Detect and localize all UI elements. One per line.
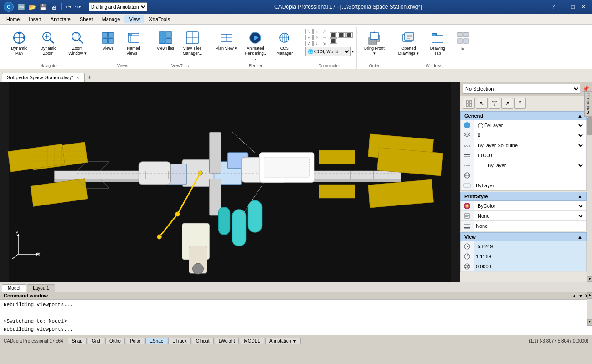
linetype-scale-value[interactable]: ——ByLayer bbox=[474, 160, 586, 170]
ps-color-value[interactable]: ByColor bbox=[474, 201, 586, 210]
drawing-tab-softpedia[interactable]: Softpedia Space Station.dwg* ✕ bbox=[2, 73, 85, 82]
command-window-up[interactable]: ▲ bbox=[572, 293, 577, 298]
app-help-button[interactable]: ? bbox=[549, 3, 558, 11]
esnap-button[interactable]: ESnap bbox=[145, 338, 167, 344]
color-select[interactable]: ◯ ByLayer bbox=[476, 122, 584, 128]
polar-button[interactable]: Polar bbox=[126, 338, 144, 344]
save-button[interactable]: 💾 bbox=[38, 2, 48, 12]
cmd-scroll-down[interactable]: ▼ bbox=[587, 319, 592, 326]
app-close-button[interactable]: ✕ bbox=[578, 3, 588, 11]
grid-button[interactable]: Grid bbox=[88, 338, 104, 344]
linetype-select[interactable]: ByLayer Solid line bbox=[476, 142, 584, 149]
view-section-header[interactable]: View ▲ bbox=[460, 232, 587, 241]
refresh-button[interactable]: ↗ bbox=[501, 98, 513, 109]
views-button[interactable]: Views bbox=[98, 29, 118, 53]
dynamic-pan-button[interactable]: Dynamic Pan bbox=[5, 29, 33, 58]
etrack-button[interactable]: ETrack bbox=[168, 338, 190, 344]
new-button[interactable]: 🆕 bbox=[16, 2, 26, 12]
command-window-down[interactable]: ▼ bbox=[578, 293, 583, 298]
drawing-tab-button[interactable]: Drawing Tab bbox=[424, 29, 451, 58]
app-minimize-button[interactable]: ─ bbox=[558, 3, 568, 11]
c4[interactable]: ← bbox=[305, 35, 313, 40]
layer-value[interactable]: 0 bbox=[474, 130, 586, 140]
general-section-header[interactable]: General ▲ bbox=[460, 111, 587, 120]
opened-drawings-button[interactable]: Opened Drawings ▾ bbox=[395, 29, 422, 58]
render-value[interactable] bbox=[474, 170, 586, 180]
ccs-world-select[interactable]: 🌐 CCS, World bbox=[305, 47, 351, 56]
c7[interactable]: ↙ bbox=[305, 41, 313, 46]
workspace-selector[interactable]: Drafting and Annotation bbox=[89, 2, 147, 11]
printstyle-section-header[interactable]: PrintStyle ▲ bbox=[460, 192, 587, 201]
properties-grid-button[interactable] bbox=[463, 98, 475, 109]
filter-button[interactable] bbox=[489, 98, 500, 109]
named-views-label: Named Views... bbox=[123, 46, 144, 56]
canvas-area[interactable]: X Y Z bbox=[0, 82, 460, 282]
menu-annotate[interactable]: Annotate bbox=[46, 15, 75, 23]
c8[interactable]: ↓ bbox=[313, 41, 320, 46]
redo-button[interactable]: ↪▾ bbox=[73, 3, 82, 11]
help-panel-button[interactable]: ? bbox=[514, 98, 526, 109]
menu-manage[interactable]: Manage bbox=[98, 15, 125, 23]
ps-style-select[interactable]: None bbox=[476, 213, 584, 219]
view-z-value[interactable]: 0.0000 bbox=[474, 261, 586, 271]
view-y-value[interactable]: 1.1169 bbox=[474, 251, 586, 261]
zoom-window-button[interactable]: Zoom Window ▾ bbox=[64, 29, 91, 58]
layout1-tab[interactable]: Layout1 bbox=[27, 284, 55, 292]
selection-dropdown[interactable]: No Selection bbox=[463, 84, 580, 94]
c9[interactable]: ↘ bbox=[321, 41, 328, 46]
animated-rendering-button[interactable]: Animated Rendering... bbox=[242, 29, 269, 62]
windows-grid-button[interactable]: ⊞ bbox=[453, 29, 473, 53]
ccs-dropdown-arrow[interactable]: ▾ bbox=[352, 50, 354, 54]
linetype-scale-icon bbox=[461, 162, 474, 169]
named-views-button[interactable]: Named Views... bbox=[120, 29, 147, 58]
menu-insert[interactable]: Insert bbox=[24, 15, 46, 23]
scroll-thumb[interactable] bbox=[587, 117, 592, 135]
c1[interactable]: ↖ bbox=[305, 29, 313, 34]
properties-side-tab[interactable]: Properties bbox=[584, 91, 592, 117]
print-button[interactable]: 🖨 bbox=[49, 2, 59, 12]
d1[interactable]: ⬛ bbox=[330, 32, 337, 38]
drawing-tab-close[interactable]: ✕ bbox=[76, 75, 80, 80]
lweight-button[interactable]: LWeight bbox=[215, 338, 239, 344]
open-button[interactable]: 📂 bbox=[27, 2, 37, 12]
dynamic-zoom-button[interactable]: Dynamic Zoom bbox=[35, 29, 62, 58]
ps-color-select[interactable]: ByColor bbox=[476, 203, 584, 209]
ps-style-value[interactable]: None bbox=[474, 211, 586, 220]
d3[interactable]: ⬛ bbox=[345, 32, 353, 38]
view-tiles-manager-button[interactable]: View Tiles Manager... bbox=[179, 29, 206, 58]
cmd-scroll-up[interactable]: ▲ bbox=[587, 292, 592, 299]
bylayer-value[interactable]: ByLayer bbox=[474, 180, 586, 190]
view-x-value[interactable]: -5.8249 bbox=[474, 241, 586, 251]
undo-button[interactable]: ↩▾ bbox=[63, 3, 73, 11]
model-button[interactable]: MODEL bbox=[240, 338, 264, 344]
scroll-down-arrow[interactable]: ▼ bbox=[587, 276, 592, 282]
viewtiles-button[interactable]: ViewTiles bbox=[154, 29, 177, 53]
ps-none-value[interactable]: None bbox=[474, 221, 586, 231]
annotation-button[interactable]: Annotation ▼ bbox=[265, 338, 301, 344]
add-drawing-tab-button[interactable]: + bbox=[86, 73, 93, 82]
c5[interactable]: ○ bbox=[313, 35, 320, 40]
d2[interactable]: ⬛ bbox=[338, 32, 345, 38]
menu-xtratools[interactable]: XtraTools bbox=[144, 15, 175, 23]
d4[interactable]: ⬛ bbox=[330, 38, 337, 44]
app-maximize-button[interactable]: □ bbox=[569, 3, 577, 11]
linetype-value[interactable]: ByLayer Solid line bbox=[474, 140, 586, 150]
ccs-manager-button[interactable]: CCS Manager bbox=[271, 29, 298, 58]
qinput-button[interactable]: QInput bbox=[192, 338, 214, 344]
menu-home[interactable]: Home bbox=[2, 15, 24, 23]
snap-button[interactable]: Snap bbox=[68, 338, 87, 344]
menu-sheet[interactable]: Sheet bbox=[75, 15, 98, 23]
c6[interactable]: → bbox=[321, 35, 328, 40]
c2[interactable]: ↑ bbox=[313, 29, 320, 34]
linetype-scale-select[interactable]: ——ByLayer bbox=[476, 162, 584, 169]
select-button[interactable]: ↖ bbox=[476, 98, 488, 109]
layer-select[interactable]: 0 bbox=[476, 132, 584, 138]
ortho-button[interactable]: Ortho bbox=[105, 338, 125, 344]
color-value[interactable]: ◯ ByLayer bbox=[474, 120, 586, 130]
bring-front-button[interactable]: Bring Front ▾ bbox=[360, 29, 388, 58]
c3[interactable]: ↗ bbox=[321, 29, 328, 34]
lineweight-value[interactable]: 1.0000 bbox=[474, 150, 586, 160]
plan-view-button[interactable]: Plan View ▾ bbox=[213, 29, 240, 53]
menu-view[interactable]: View bbox=[124, 15, 144, 23]
model-tab[interactable]: Model bbox=[2, 284, 26, 292]
